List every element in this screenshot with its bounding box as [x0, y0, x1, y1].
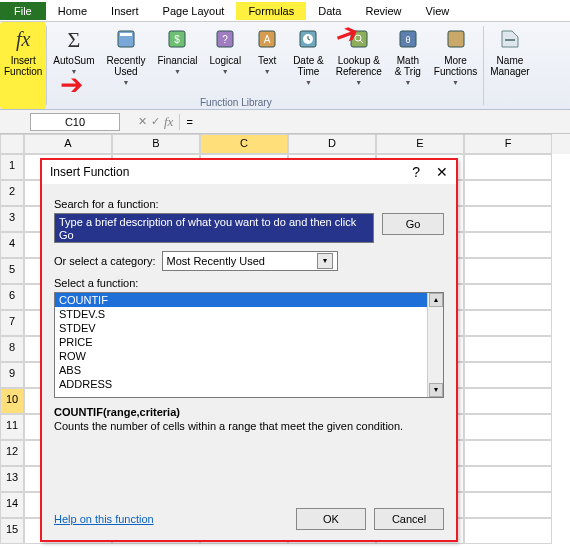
chevron-down-icon: ▼	[222, 66, 229, 77]
chevron-down-icon: ▼	[305, 77, 312, 88]
date-time-label: Date & Time	[293, 55, 324, 77]
function-list[interactable]: COUNTIFSTDEV.SSTDEVPRICEROWABSADDRESS ▴ …	[54, 292, 444, 398]
function-item[interactable]: ABS	[55, 363, 427, 377]
cancel-button[interactable]: Cancel	[374, 508, 444, 530]
tab-file[interactable]: File	[0, 2, 46, 20]
help-link[interactable]: Help on this function	[54, 513, 154, 525]
enter-icon[interactable]: ✓	[151, 115, 160, 128]
svg-text:A: A	[264, 34, 271, 45]
cell[interactable]	[464, 440, 552, 466]
tab-insert[interactable]: Insert	[99, 2, 151, 20]
autosum-label: AutoSum	[53, 55, 94, 66]
svg-text:$: $	[175, 34, 181, 45]
book-icon	[112, 25, 140, 53]
row-header[interactable]: 9	[0, 362, 24, 388]
scrollbar[interactable]: ▴ ▾	[427, 293, 443, 397]
function-item[interactable]: ROW	[55, 349, 427, 363]
formula-bar-row: C10 ✕ ✓ fx =	[0, 110, 570, 134]
row-header[interactable]: 4	[0, 232, 24, 258]
insert-function-dialog: Insert Function ? ✕ Search for a functio…	[40, 158, 458, 542]
cell[interactable]	[464, 388, 552, 414]
text-button[interactable]: A Text ▼	[247, 22, 287, 109]
row-header[interactable]: 1	[0, 154, 24, 180]
clock-icon	[294, 25, 322, 53]
chevron-down-icon: ▼	[452, 77, 459, 88]
function-item[interactable]: PRICE	[55, 335, 427, 349]
tab-home[interactable]: Home	[46, 2, 99, 20]
row-header[interactable]: 2	[0, 180, 24, 206]
recently-used-label: Recently Used	[107, 55, 146, 77]
cell[interactable]	[464, 284, 552, 310]
category-select[interactable]: Most Recently Used ▾	[162, 251, 338, 271]
cell[interactable]	[464, 466, 552, 492]
cell[interactable]	[464, 232, 552, 258]
row-header[interactable]: 8	[0, 336, 24, 362]
column-header[interactable]: A	[24, 134, 112, 154]
row-header[interactable]: 11	[0, 414, 24, 440]
cell[interactable]	[464, 414, 552, 440]
formula-bar[interactable]: =	[179, 114, 570, 130]
function-item[interactable]: COUNTIF	[55, 293, 427, 307]
tab-review[interactable]: Review	[353, 2, 413, 20]
name-box[interactable]: C10	[30, 113, 120, 131]
row-header[interactable]: 14	[0, 492, 24, 518]
cell[interactable]	[464, 310, 552, 336]
name-manager-button[interactable]: Name Manager	[484, 22, 535, 109]
ok-button[interactable]: OK	[296, 508, 366, 530]
help-icon[interactable]: ?	[412, 164, 420, 180]
fx-icon[interactable]: fx	[164, 114, 173, 130]
cell[interactable]	[464, 154, 552, 180]
close-icon[interactable]: ✕	[436, 164, 448, 180]
row-header[interactable]: 12	[0, 440, 24, 466]
book-icon: θ	[394, 25, 422, 53]
cell[interactable]	[464, 518, 552, 544]
cell[interactable]	[464, 336, 552, 362]
cell[interactable]	[464, 492, 552, 518]
column-header[interactable]: B	[112, 134, 200, 154]
recently-used-button[interactable]: Recently Used ▼	[101, 22, 152, 109]
select-all-cell[interactable]	[0, 134, 24, 154]
chevron-down-icon: ▼	[404, 77, 411, 88]
cell[interactable]	[464, 206, 552, 232]
tab-data[interactable]: Data	[306, 2, 353, 20]
fx-icon: fx	[9, 25, 37, 53]
cell[interactable]	[464, 362, 552, 388]
scroll-down-icon[interactable]: ▾	[429, 383, 443, 397]
row-header[interactable]: 15	[0, 518, 24, 544]
autosum-button[interactable]: Σ AutoSum ▼	[47, 22, 100, 109]
column-header[interactable]: C	[200, 134, 288, 154]
search-input[interactable]: Type a brief description of what you wan…	[54, 213, 374, 243]
column-header[interactable]: E	[376, 134, 464, 154]
row-header[interactable]: 7	[0, 310, 24, 336]
scroll-up-icon[interactable]: ▴	[429, 293, 443, 307]
cell[interactable]	[464, 258, 552, 284]
ribbon-tabs: File Home Insert Page Layout Formulas Da…	[0, 0, 570, 22]
math-trig-button[interactable]: θ Math & Trig ▼	[388, 22, 428, 109]
function-item[interactable]: STDEV	[55, 321, 427, 335]
column-header[interactable]: F	[464, 134, 552, 154]
go-button[interactable]: Go	[382, 213, 444, 235]
financial-button[interactable]: $ Financial ▼	[151, 22, 203, 109]
tab-formulas[interactable]: Formulas	[236, 2, 306, 20]
date-time-button[interactable]: Date & Time ▼	[287, 22, 330, 109]
function-syntax: COUNTIF(range,criteria)	[54, 406, 444, 418]
more-functions-button[interactable]: More Functions ▼	[428, 22, 483, 109]
row-header[interactable]: 10	[0, 388, 24, 414]
row-header[interactable]: 3	[0, 206, 24, 232]
row-header[interactable]: 5	[0, 258, 24, 284]
function-item[interactable]: STDEV.S	[55, 307, 427, 321]
tab-view[interactable]: View	[414, 2, 462, 20]
tab-page-layout[interactable]: Page Layout	[151, 2, 237, 20]
cell[interactable]	[464, 180, 552, 206]
column-header[interactable]: D	[288, 134, 376, 154]
row-header[interactable]: 6	[0, 284, 24, 310]
sigma-icon: Σ	[60, 25, 88, 53]
cancel-icon[interactable]: ✕	[138, 115, 147, 128]
row-header[interactable]: 13	[0, 466, 24, 492]
function-item[interactable]: ADDRESS	[55, 377, 427, 391]
logical-button[interactable]: ? Logical ▼	[203, 22, 247, 109]
more-functions-label: More Functions	[434, 55, 477, 77]
lookup-reference-button[interactable]: Lookup & Reference ▼	[330, 22, 388, 109]
insert-function-button[interactable]: fx Insert Function	[0, 22, 46, 109]
chevron-down-icon: ▼	[174, 66, 181, 77]
